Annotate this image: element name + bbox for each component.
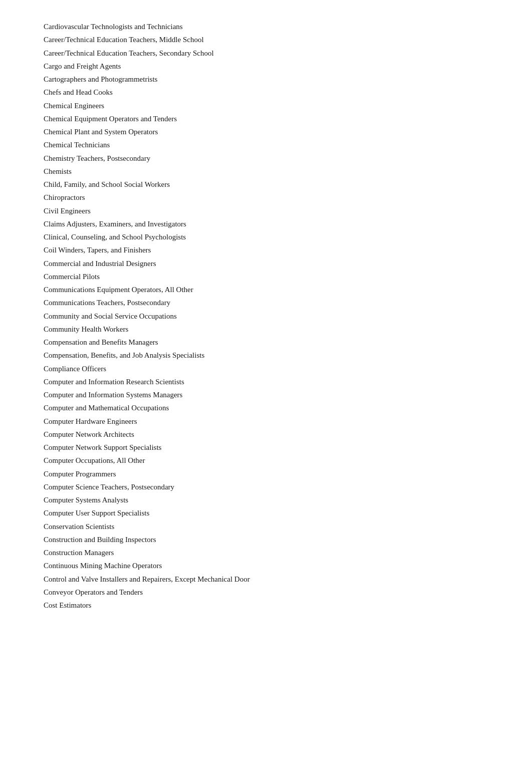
list-item: Cargo and Freight Agents [44, 60, 488, 73]
list-item: Child, Family, and School Social Workers [44, 178, 488, 191]
list-item: Civil Engineers [44, 204, 488, 217]
list-item: Chemical Plant and System Operators [44, 125, 488, 138]
list-item: Construction Managers [44, 546, 488, 559]
list-item: Community Health Workers [44, 323, 488, 336]
list-item: Cardiovascular Technologists and Technic… [44, 20, 488, 33]
list-item: Control and Valve Installers and Repaire… [44, 573, 488, 586]
list-item: Computer and Information Systems Manager… [44, 388, 488, 401]
list-item: Career/Technical Education Teachers, Mid… [44, 33, 488, 46]
list-item: Commercial and Industrial Designers [44, 257, 488, 270]
list-item: Computer User Support Specialists [44, 506, 488, 519]
list-item: Computer Network Support Specialists [44, 441, 488, 454]
list-item: Computer Systems Analysts [44, 493, 488, 506]
list-item: Computer and Mathematical Occupations [44, 401, 488, 414]
list-item: Commercial Pilots [44, 270, 488, 283]
list-item: Compensation, Benefits, and Job Analysis… [44, 349, 488, 362]
list-item: Chefs and Head Cooks [44, 86, 488, 99]
list-item: Computer Hardware Engineers [44, 415, 488, 428]
list-item: Compensation and Benefits Managers [44, 336, 488, 349]
list-item: Communications Equipment Operators, All … [44, 283, 488, 296]
list-item: Claims Adjusters, Examiners, and Investi… [44, 217, 488, 230]
list-item: Cost Estimators [44, 599, 488, 612]
list-item: Chiropractors [44, 191, 488, 204]
occupation-list: Cardiovascular Technologists and Technic… [44, 20, 488, 612]
list-item: Chemical Engineers [44, 99, 488, 112]
list-item: Cartographers and Photogrammetrists [44, 73, 488, 86]
list-item: Computer Science Teachers, Postsecondary [44, 480, 488, 493]
list-item: Construction and Building Inspectors [44, 533, 488, 546]
list-item: Conveyor Operators and Tenders [44, 586, 488, 599]
list-item: Chemistry Teachers, Postsecondary [44, 152, 488, 165]
list-item: Continuous Mining Machine Operators [44, 559, 488, 572]
list-item: Career/Technical Education Teachers, Sec… [44, 47, 488, 60]
list-item: Coil Winders, Tapers, and Finishers [44, 243, 488, 256]
list-item: Compliance Officers [44, 362, 488, 375]
list-item: Community and Social Service Occupations [44, 310, 488, 323]
list-item: Conservation Scientists [44, 520, 488, 533]
list-item: Chemists [44, 165, 488, 178]
list-item: Chemical Technicians [44, 138, 488, 151]
list-item: Computer Occupations, All Other [44, 454, 488, 467]
list-item: Computer and Information Research Scient… [44, 375, 488, 388]
list-item: Clinical, Counseling, and School Psychol… [44, 230, 488, 243]
list-item: Computer Programmers [44, 467, 488, 480]
list-item: Chemical Equipment Operators and Tenders [44, 112, 488, 125]
list-item: Computer Network Architects [44, 428, 488, 441]
list-item: Communications Teachers, Postsecondary [44, 296, 488, 309]
